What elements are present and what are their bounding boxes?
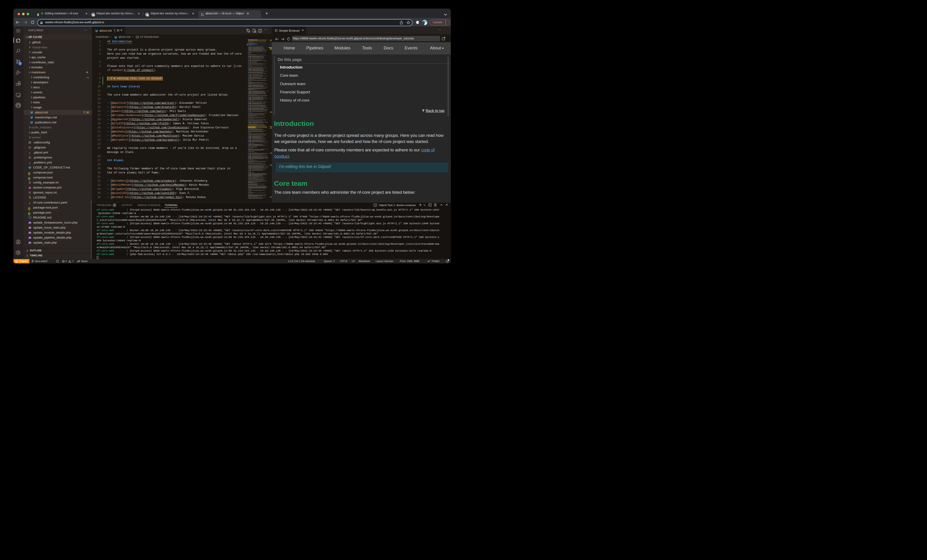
svg-text:abc: abc	[136, 36, 139, 38]
